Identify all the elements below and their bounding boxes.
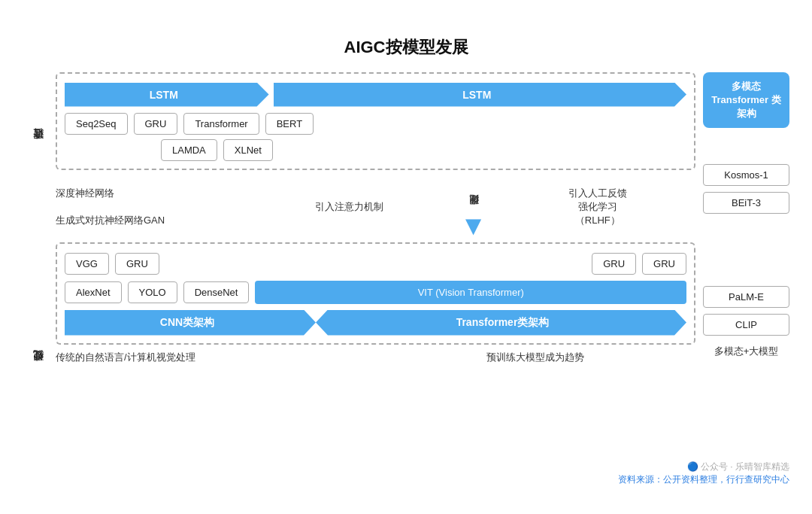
diagram-area: LSTM LSTM Seq2Seq GRU Transformer BERT L	[56, 72, 695, 456]
lang-section: LSTM LSTM Seq2Seq GRU Transformer BERT L	[56, 72, 695, 170]
xlnet-box: XLNet	[223, 139, 273, 161]
yolo-box: YOLO	[128, 281, 177, 303]
rlhf-text: 引入人工反馈 强化学习 （RLHF）	[568, 187, 627, 227]
down-arrow-icon: ▼	[460, 212, 487, 239]
gan-text: 生成式对抗神经网络GAN	[56, 214, 251, 227]
gru-box-lang: GRU	[134, 113, 178, 135]
transformer-arrow: Transformer类架构	[316, 310, 686, 336]
bert-box: BERT	[265, 113, 314, 135]
alexnet-box: AlexNet	[65, 281, 122, 303]
lstm-arrow-1: LSTM	[65, 83, 269, 107]
seq2seq-box: Seq2Seq	[65, 113, 128, 135]
left-labels: 语言处理 视觉处理	[23, 72, 56, 456]
lamda-box: LAMDA	[161, 139, 217, 161]
beit-box: BEiT-3	[703, 192, 789, 214]
gru-box-v2: GRU	[592, 253, 636, 275]
bottom-labels: 传统的自然语言/计算机视觉处理 预训练大模型成为趋势	[56, 351, 695, 364]
multimodal-box: 多模态 Transformer 类架构	[703, 72, 789, 128]
transformer-box: Transformer	[183, 113, 259, 135]
palme-box: PaLM-E	[703, 286, 789, 308]
densenet-box: DenseNet	[183, 281, 250, 303]
deep-neural-text: 深度神经网络	[56, 187, 251, 200]
vision-row2: AlexNet YOLO DenseNet VIT (Vision Transf…	[65, 281, 686, 304]
watermark-icon: 🔵	[687, 461, 701, 472]
mid-center: 图像处理 ▼	[447, 175, 500, 239]
bottom-label-1: 传统的自然语言/计算机视觉处理	[56, 351, 376, 364]
vgg-box: VGG	[65, 253, 109, 275]
lang-boxes-row2: LAMDA XLNet	[65, 139, 686, 161]
mid-section: 深度神经网络 生成式对抗神经网络GAN 引入注意力机制 图像处理 ▼ 引入人工反…	[56, 170, 695, 242]
clip-box: CLIP	[703, 314, 789, 336]
main-container: AIGC按模型发展 语言处理 视觉处理 LSTM LSTM	[15, 21, 797, 494]
lstm-arrow-2: LSTM	[274, 83, 686, 107]
bottom-label-3: 多模态+大模型	[703, 345, 789, 358]
gru-box-v1: GRU	[115, 253, 159, 275]
page-title: AIGC按模型发展	[23, 36, 789, 59]
lang-boxes-row1: Seq2Seq GRU Transformer BERT	[65, 113, 686, 135]
watermark: 🔵 公众号 · 乐晴智库精选 资料来源：公开资料整理，行行查研究中心	[23, 461, 789, 486]
bottom-label-2: 预训练大模型成为趋势	[376, 351, 696, 364]
cnn-arrow: CNN类架构	[65, 310, 316, 336]
right-col: 多模态 Transformer 类架构 Kosmos-1 BEiT-3 PaLM…	[703, 72, 789, 456]
gru-box-v3: GRU	[642, 253, 686, 275]
vision-arrow-row: CNN类架构 Transformer类架构	[65, 310, 686, 336]
watermark-text: 公众号 · 乐晴智库精选	[701, 461, 789, 472]
vision-section: VGG GRU GRU GRU AlexNet YOLO DenseNet VI…	[56, 242, 695, 345]
kosmos-box: Kosmos-1	[703, 164, 789, 186]
watermark-source: 资料来源：公开资料整理，行行查研究中心	[618, 474, 789, 485]
vision-row1: VGG GRU GRU GRU	[65, 253, 686, 275]
lang-arrow-row: LSTM LSTM	[65, 83, 686, 107]
attention-text: 引入注意力机制	[315, 200, 383, 214]
image-proc-text: 图像处理	[467, 175, 480, 212]
vit-box: VIT (Vision Transformer)	[255, 281, 686, 304]
mid-left: 深度神经网络 生成式对抗神经网络GAN	[56, 187, 251, 227]
